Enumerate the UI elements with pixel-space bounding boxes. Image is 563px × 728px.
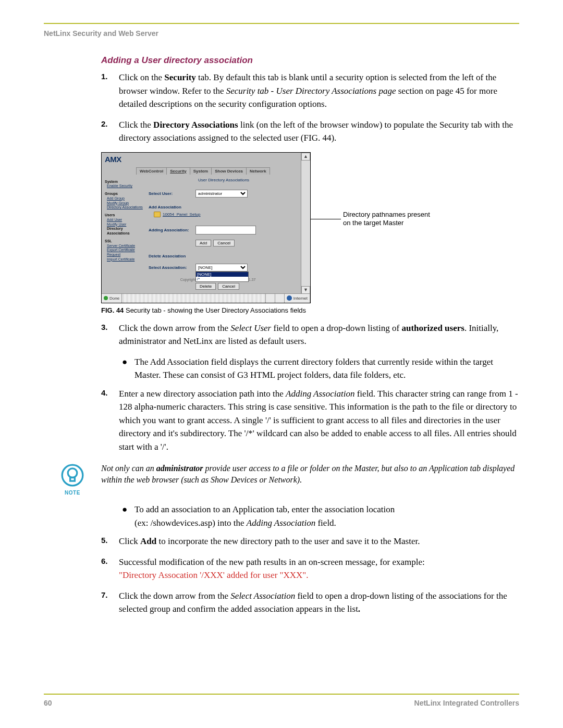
cancel-button[interactable]: Cancel: [213, 240, 235, 246]
figure-label: FIG. 44: [101, 306, 124, 314]
step-5: 5. Click Add to incorporate the new dire…: [101, 535, 519, 548]
scroll-up-icon[interactable]: ▲: [301, 153, 310, 161]
tab-security[interactable]: Security: [166, 167, 190, 175]
step-body: Click on the Security tab. By default th…: [119, 71, 519, 111]
bullet-icon: ●: [122, 355, 134, 382]
bold: authorized users: [401, 323, 464, 333]
step-3: 3. Click the down arrow from the Select …: [101, 322, 519, 348]
content-column: Adding a User directory association 1. C…: [101, 55, 519, 616]
step-body: Click the down arrow from the Select Ass…: [119, 589, 519, 616]
step-number: 6.: [101, 556, 119, 582]
step-7: 7. Click the down arrow from the Select …: [101, 589, 519, 616]
amx-logo: AMX: [105, 155, 121, 164]
italic: Adding Association: [286, 389, 354, 399]
scroll-down-icon[interactable]: ▼: [301, 286, 310, 294]
sidebar-link-user-dir-assoc-1[interactable]: Directory: [107, 227, 145, 231]
italic: Adding Association: [247, 518, 315, 528]
running-head: NetLinx Security and Web Server: [44, 29, 519, 38]
adding-association-label: Adding Association:: [149, 228, 195, 232]
note: NOTE Not only can an administrator provi…: [44, 461, 519, 496]
step-2: 2. Click the Directory Associations link…: [101, 118, 519, 145]
add-association-header: Add Association: [149, 205, 299, 209]
italic: Select Association: [230, 591, 295, 601]
globe-icon: [287, 295, 292, 301]
note-label: NOTE: [44, 490, 101, 496]
folder-name[interactable]: 10054_Panel_Setup: [163, 212, 201, 217]
bullet-text: The Add Association field displays the c…: [134, 355, 519, 382]
text: Click the down arrow from the: [119, 591, 230, 601]
bold: Add: [140, 536, 156, 546]
scrollbar-vertical[interactable]: ▲ ▼: [301, 153, 310, 294]
sidebar-link-add-user[interactable]: Add User: [107, 218, 145, 223]
sidebar-link-enable-security[interactable]: Enable Security: [107, 184, 145, 189]
sidebar-link-server-cert[interactable]: Server Certificate: [107, 244, 145, 249]
folder-icon: [154, 212, 161, 217]
sidebar-header-ssl: SSL: [105, 239, 145, 244]
status-seg: [266, 294, 275, 303]
sidebar-header-system: System: [105, 180, 145, 184]
add-buttons-row: Add Cancel: [195, 240, 299, 246]
adding-association-row: Adding Association:: [149, 226, 299, 235]
bullet-text: To add an association to an Application …: [134, 503, 395, 529]
italic: Security tab - User Directory Associatio…: [226, 86, 396, 96]
svg-rect-2: [70, 477, 75, 481]
bold: administrator: [156, 464, 203, 473]
note-icon-col: NOTE: [44, 461, 101, 496]
bold: .: [358, 604, 360, 614]
step-number: 2.: [101, 118, 119, 145]
status-internet-text: Internet: [293, 296, 308, 301]
step-body: Click Add to incorporate the new directo…: [119, 535, 519, 548]
page-number: 60: [44, 699, 52, 707]
delete-button[interactable]: Delete: [195, 283, 216, 290]
callout-line: [311, 219, 341, 219]
footer-right: NetLinx Integrated Controllers: [414, 699, 519, 707]
folder-row: 10054_Panel_Setup: [154, 212, 299, 217]
tab-network[interactable]: Network: [246, 167, 270, 175]
dropdown-option[interactable]: [NONE]: [196, 272, 248, 277]
cancel-button-2[interactable]: Cancel: [218, 283, 239, 290]
callout-text: Directory pathnames present on the targe…: [343, 211, 430, 228]
sidebar-link-group-dir-assoc[interactable]: Directory Associations: [107, 205, 145, 210]
tab-show-devices[interactable]: Show Devices: [211, 167, 247, 175]
adding-association-input[interactable]: [195, 226, 256, 235]
callout-line1: Directory pathnames present: [343, 211, 430, 218]
tab-webcontrol[interactable]: WebControl: [136, 167, 167, 175]
sidebar: System Enable Security Groups Add Group …: [105, 177, 145, 262]
step-1: 1. Click on the Security tab. By default…: [101, 71, 519, 111]
figure-44: AMX WebControl Security System Show Devi…: [101, 152, 519, 303]
sidebar-link-user-dir-assoc-2[interactable]: Associations: [107, 231, 145, 236]
text: Successful modification of the new path …: [119, 557, 425, 567]
step-3-bullet: ● The Add Association field displays the…: [122, 355, 519, 382]
add-button[interactable]: Add: [195, 240, 211, 246]
dropdown-option[interactable]: /*: [196, 277, 248, 281]
text: To add an association to an Application …: [134, 504, 395, 514]
sidebar-link-export-cert[interactable]: Export Certificate Request: [107, 248, 145, 257]
sidebar-header-groups: Groups: [105, 192, 145, 196]
step-5-bullet: ● To add an association to an Applicatio…: [122, 503, 519, 529]
sidebar-link-modify-group[interactable]: Modify Group: [107, 201, 145, 206]
text: Enter a new directory association path i…: [119, 389, 286, 399]
step-number: 1.: [101, 71, 119, 111]
status-internet: Internet: [285, 294, 310, 303]
step-body: Click the Directory Associations link (o…: [119, 118, 519, 145]
top-rule: [44, 23, 519, 24]
tab-system[interactable]: System: [190, 167, 212, 175]
bold: Security: [164, 72, 195, 82]
status-bar: Done Internet: [102, 293, 310, 303]
done-icon: [104, 296, 108, 300]
select-association-row: Select Association: [NONE] [NONE] /*: [149, 264, 299, 272]
page: NetLinx Security and Web Server Adding a…: [0, 0, 563, 728]
delete-buttons-row: Delete Cancel: [195, 283, 299, 290]
select-user-dropdown[interactable]: administrator: [195, 190, 248, 198]
delete-association-header: Delete Association: [149, 254, 299, 258]
select-association-label: Select Association:: [149, 265, 195, 270]
text: Click: [119, 536, 140, 546]
sidebar-link-import-cert[interactable]: Import Certificate: [107, 257, 145, 262]
select-association-dropdown[interactable]: [NONE] [NONE] /*: [195, 264, 248, 272]
sidebar-link-modify-user[interactable]: Modify User: [107, 223, 145, 227]
note-text: Not only can an administrator provide us…: [101, 461, 519, 486]
text: Not only can an: [101, 464, 156, 473]
svg-point-1: [68, 468, 77, 478]
dropdown-list: [NONE] /*: [195, 272, 249, 282]
sidebar-link-add-group[interactable]: Add Group: [107, 196, 145, 201]
